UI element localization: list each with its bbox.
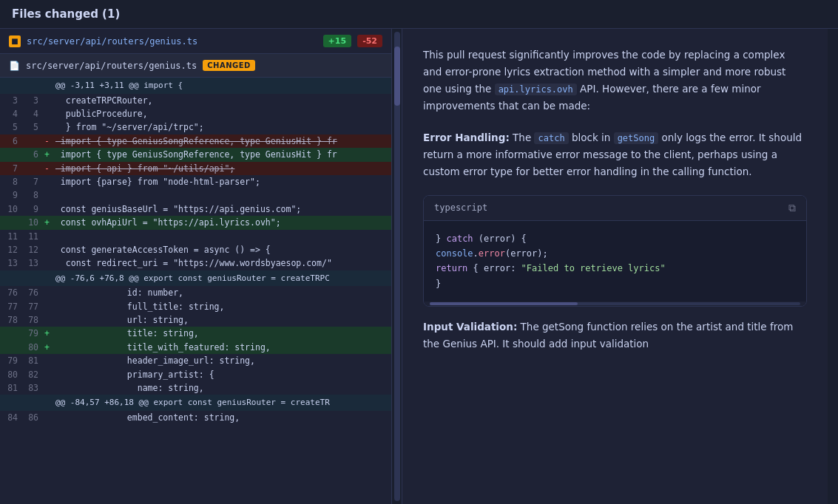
scrollbar-thumb xyxy=(394,47,400,106)
table-row: 3 3 createTRPCRouter, xyxy=(0,94,391,107)
copy-icon[interactable]: ⧉ xyxy=(788,202,796,214)
review-pane: This pull request significantly improves… xyxy=(402,29,828,504)
table-row: 11 11 xyxy=(0,230,391,243)
right-scrollbar xyxy=(828,29,838,504)
main-layout: ■ src/server/api/routers/genius.ts +15 -… xyxy=(0,29,838,504)
center-scrollbar xyxy=(392,29,402,504)
code-block-header: typescript ⧉ xyxy=(424,196,806,221)
code-scrollbar-thumb xyxy=(430,302,578,305)
scrollbar-track xyxy=(394,32,400,501)
table-row: 7 - import { api } from "~/utils/api"; xyxy=(0,162,391,175)
table-row: 80 82 primary_artist: { xyxy=(0,368,391,381)
table-row: 84 86 embed_content: string, xyxy=(0,411,391,424)
file-row-path: src/server/api/routers/genius.ts xyxy=(27,36,317,47)
section2-title: Input Validation: xyxy=(423,321,517,333)
review-intro: This pull request significantly improves… xyxy=(423,47,807,115)
code-scrollbar xyxy=(424,302,806,306)
code-block-content: } catch (error) { console.error(error); … xyxy=(424,221,806,302)
file-doc-icon: 📄 xyxy=(9,61,20,71)
table-row: 8 7 import {parse} from "node-html-parse… xyxy=(0,175,391,188)
table-row: 6 + import { type GeniusSongReference, t… xyxy=(0,148,391,161)
hunk-header-2: @@ -76,6 +76,8 @@ export const geniusRou… xyxy=(0,270,391,287)
table-row: 77 77 full_title: string, xyxy=(0,300,391,313)
code-line-4: } xyxy=(436,276,794,291)
changed-badge: CHANGED xyxy=(203,60,255,71)
hunk-header-1: @@ -3,11 +3,11 @@ import { xyxy=(0,78,391,94)
api-code-inline: api.lyrics.ovh xyxy=(495,84,577,95)
file-type-icon: ■ xyxy=(9,35,21,47)
table-row: 12 12 const generateAccessToken = async … xyxy=(0,243,391,256)
review-section2: Input Validation: The getSong function r… xyxy=(423,319,807,353)
code-line-1: } catch (error) { xyxy=(436,231,794,246)
table-row: 76 76 id: number, xyxy=(0,286,391,299)
section1-title: Error Handling: xyxy=(423,132,510,143)
table-row: 9 8 xyxy=(0,188,391,202)
table-row: 6 - import { type GeniusSongReference, t… xyxy=(0,134,391,148)
hunk-header-3: @@ -84,57 +86,18 @@ export const geniusR… xyxy=(0,395,391,411)
table-row: 78 78 url: string, xyxy=(0,313,391,327)
table-row: 10 9 const geniusBaseUrl = "https://api.… xyxy=(0,202,391,216)
table-row: 10 + const ovhApiUrl = "https://api.lyri… xyxy=(0,216,391,229)
code-line-3: return { error: "Failed to retrieve lyri… xyxy=(436,261,794,276)
code-scrollbar-track xyxy=(430,302,800,305)
files-changed-header: Files changed (1) xyxy=(0,0,838,29)
table-row: 13 13 const redirect_uri = "https://www.… xyxy=(0,256,391,270)
table-row: 4 4 publicProcedure, xyxy=(0,107,391,120)
review-section1: Error Handling: The catch block in getSo… xyxy=(423,129,807,180)
code-line-2: console.error(error); xyxy=(436,246,794,261)
table-row: 79 81 header_image_url: string, xyxy=(0,354,391,367)
file-header-path: src/server/api/routers/genius.ts xyxy=(26,61,197,71)
code-language-label: typescript xyxy=(434,202,487,213)
file-row[interactable]: ■ src/server/api/routers/genius.ts +15 -… xyxy=(0,29,391,54)
catch-code-inline: catch xyxy=(534,132,568,144)
additions-badge: +15 xyxy=(323,35,352,47)
deletions-badge: -52 xyxy=(357,35,382,47)
table-row: 80 + title_with_featured: string, xyxy=(0,341,391,354)
getSong-code-inline: getSong xyxy=(614,132,659,144)
diff-table: @@ -3,11 +3,11 @@ import { 3 3 createTRP… xyxy=(0,78,391,424)
file-header: 📄 src/server/api/routers/genius.ts CHANG… xyxy=(0,54,391,78)
header-title: Files changed (1) xyxy=(12,7,120,21)
code-block: typescript ⧉ } catch (error) { console.e… xyxy=(423,195,807,307)
table-row: 79 + title: string, xyxy=(0,327,391,340)
table-row: 5 5 } from "~/server/api/trpc"; xyxy=(0,120,391,134)
diff-pane: ■ src/server/api/routers/genius.ts +15 -… xyxy=(0,29,392,504)
table-row: 81 83 name: string, xyxy=(0,381,391,395)
